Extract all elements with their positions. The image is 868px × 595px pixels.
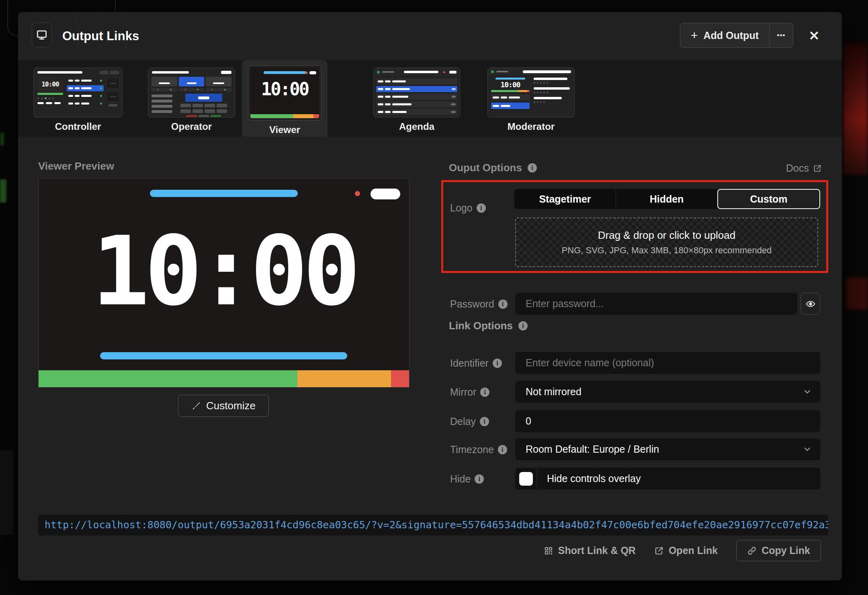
identifier-label: Identifier i: [450, 357, 502, 369]
password-input[interactable]: [515, 293, 797, 315]
output-url[interactable]: http://localhost:8080/output/6953a2031f4…: [38, 515, 828, 536]
tab-label: Viewer: [242, 124, 328, 135]
logo-segmented-control: Stagetimer Hidden Custom: [514, 189, 820, 209]
link-icon: [747, 546, 757, 556]
viewer-thumbnail: 10:00: [248, 65, 321, 121]
add-output-button[interactable]: + Add Output: [680, 23, 770, 47]
preview-progress-bar: [39, 370, 409, 387]
timezone-label: Timezone i: [450, 444, 507, 455]
delay-label: Delay i: [450, 416, 489, 427]
backdrop-red-blob: [846, 277, 868, 310]
qr-code-icon: [544, 546, 553, 556]
stagetimer-logo: [491, 70, 494, 73]
progress-orange: [297, 370, 391, 387]
password-label: Password i: [450, 298, 508, 310]
tab-viewer-selected[interactable]: 10:00 Viewer: [242, 60, 328, 137]
output-options-heading: Ouput Options i: [449, 162, 537, 174]
viewer-preview-heading: Viewer Preview: [38, 160, 114, 172]
mirror-value: Not mirrored: [515, 381, 820, 403]
output-tabs: 10:00: [18, 60, 842, 137]
eye-icon: [805, 299, 816, 309]
footer-actions: Short Link & QR Open Link Copy Link: [18, 540, 821, 562]
tab-operator[interactable]: Operator: [148, 68, 235, 132]
chevron-down-icon: [802, 444, 812, 454]
customize-button[interactable]: Customize: [178, 395, 269, 417]
progress-green: [39, 370, 297, 387]
info-icon[interactable]: i: [480, 417, 489, 426]
link-options-heading: Link Options i: [449, 320, 528, 332]
docs-link[interactable]: Docs: [786, 162, 822, 174]
monitor-icon: [32, 23, 52, 47]
logo-upload-dropzone[interactable]: Drag & drop or click to upload PNG, SVG,…: [515, 217, 818, 267]
page-title: Output Links: [62, 29, 139, 43]
info-icon[interactable]: i: [498, 445, 507, 454]
viewer-preview: 10:00: [38, 178, 409, 388]
mirror-select[interactable]: Not mirrored: [515, 381, 820, 403]
info-icon[interactable]: i: [528, 163, 537, 172]
tab-moderator[interactable]: 10:00: [487, 68, 575, 132]
backdrop-green-blob: [0, 179, 6, 203]
identifier-input[interactable]: [515, 352, 820, 374]
open-link-button[interactable]: Open Link: [654, 545, 718, 556]
show-password-button[interactable]: [800, 293, 820, 315]
preview-title-bar: [150, 190, 298, 197]
tab-controller[interactable]: 10:00: [33, 68, 123, 132]
paintbrush-icon: [191, 401, 201, 411]
tab-label: Moderator: [487, 121, 575, 132]
more-options-button[interactable]: •••: [770, 23, 793, 47]
info-icon[interactable]: i: [493, 359, 502, 368]
plus-icon: +: [691, 29, 698, 41]
info-icon[interactable]: i: [475, 474, 484, 484]
thumb-timer: 10:00: [250, 79, 319, 99]
customize-label: Customize: [206, 400, 256, 412]
tab-label: Controller: [33, 121, 123, 132]
external-link-icon: [654, 546, 664, 556]
dropzone-subtitle: PNG, SVG, JPG, Max 3MB, 180×80px recomme…: [562, 245, 772, 256]
backdrop-green-blob: [0, 133, 4, 146]
hide-row: Hide controls overlay: [515, 468, 820, 490]
add-output-button-group: + Add Output •••: [680, 23, 793, 48]
short-link-qr-button[interactable]: Short Link & QR: [544, 545, 636, 556]
tab-agenda[interactable]: Agenda: [373, 68, 460, 132]
add-output-label: Add Output: [704, 30, 759, 41]
info-icon[interactable]: i: [518, 321, 528, 330]
moderator-thumbnail: 10:00: [487, 68, 575, 117]
info-icon[interactable]: i: [498, 300, 508, 309]
progress-red: [391, 370, 409, 387]
password-field-wrap: [515, 293, 797, 315]
hide-checkbox-label: Hide controls overlay: [537, 473, 641, 484]
segment-hidden[interactable]: Hidden: [616, 189, 717, 209]
tab-label: Agenda: [373, 121, 460, 132]
timezone-select[interactable]: Room Default: Europe / Berlin: [515, 438, 820, 460]
thumb-timer: 10:00: [491, 80, 530, 90]
thumb-timer: 10:00: [37, 78, 63, 93]
preview-flag-pill: [371, 189, 400, 199]
delay-input[interactable]: [515, 410, 820, 432]
hide-label: Hide i: [450, 473, 484, 485]
close-icon[interactable]: ✕: [805, 28, 823, 43]
segment-stagetimer[interactable]: Stagetimer: [514, 189, 616, 209]
dropzone-title: Drag & drop or click to upload: [598, 229, 736, 242]
info-icon[interactable]: i: [477, 203, 486, 213]
external-link-icon: [813, 164, 822, 173]
mirror-label: Mirror i: [450, 386, 489, 398]
operator-thumbnail: [148, 68, 235, 117]
tab-label: Operator: [148, 121, 235, 132]
hide-controls-checkbox[interactable]: [519, 472, 533, 486]
output-links-modal: Output Links + Add Output ••• ✕ 10:00: [18, 12, 842, 581]
preview-record-dot: [355, 191, 360, 196]
copy-link-button[interactable]: Copy Link: [736, 540, 821, 561]
agenda-thumbnail: [373, 68, 460, 117]
info-icon[interactable]: i: [480, 388, 489, 397]
backdrop-gray-blob: [0, 450, 14, 535]
delay-field-wrap: [515, 410, 820, 432]
logo-label: Logo i: [450, 202, 486, 214]
chevron-down-icon: [802, 387, 812, 396]
segment-custom[interactable]: Custom: [717, 189, 820, 209]
preview-message-bar: [100, 352, 347, 359]
controller-thumbnail: 10:00: [33, 68, 123, 117]
timezone-value: Room Default: Europe / Berlin: [515, 438, 820, 460]
backdrop-red-blob: [843, 42, 868, 175]
identifier-field-wrap: [515, 352, 820, 374]
screen: Output Links + Add Output ••• ✕ 10:00: [0, 0, 868, 595]
